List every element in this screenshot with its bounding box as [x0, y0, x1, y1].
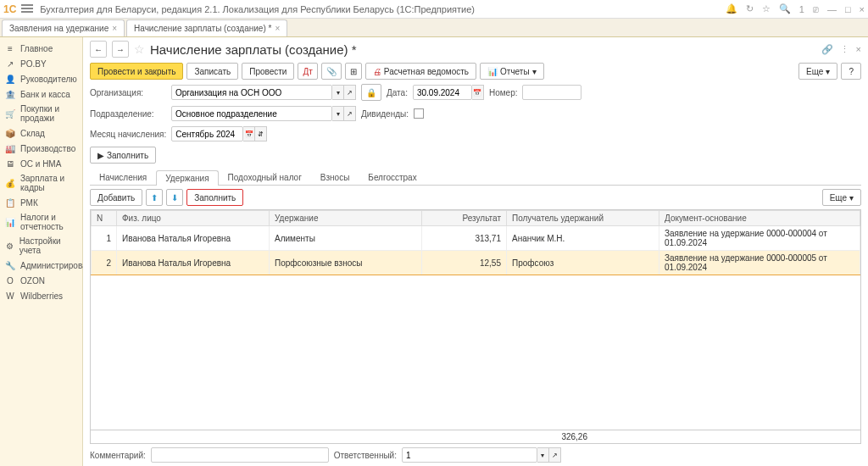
- tab-requests[interactable]: Заявления на удержание ×: [2, 19, 125, 36]
- history-icon[interactable]: ↻: [746, 3, 754, 14]
- sidebar-icon: O: [5, 275, 15, 286]
- close-icon[interactable]: ×: [860, 4, 865, 14]
- tab-label: Заявления на удержание: [9, 24, 108, 33]
- month-input[interactable]: [171, 126, 243, 141]
- add-button[interactable]: Добавить: [90, 189, 142, 206]
- dt-kt-button[interactable]: Дт: [298, 63, 317, 80]
- sidebar-item[interactable]: ↗PO.BY: [0, 56, 82, 71]
- fill-sub-button[interactable]: Заполнить: [186, 189, 243, 206]
- maximize-icon[interactable]: □: [845, 4, 851, 14]
- spinner-icon[interactable]: ⇵: [255, 126, 267, 141]
- save-button[interactable]: Записать: [186, 63, 238, 80]
- move-up-button[interactable]: ⬆: [146, 189, 163, 206]
- sidebar-item[interactable]: 💰Зарплата и кадры: [0, 171, 82, 195]
- tab-payroll-create[interactable]: Начисление зарплаты (создание) * ×: [126, 19, 287, 36]
- close-doc-icon[interactable]: ×: [856, 44, 861, 55]
- reports-button[interactable]: 📊Отчеты▾: [480, 63, 544, 80]
- more-icon[interactable]: ⋮: [840, 44, 849, 55]
- table-cell: Заявление на удержание 0000-000004 от 01…: [659, 226, 860, 251]
- sidebar-item[interactable]: ≡Главное: [0, 41, 82, 56]
- dropdown-icon[interactable]: ▾: [537, 447, 549, 463]
- open-icon[interactable]: ↗: [549, 447, 561, 463]
- subdiv-label: Подразделение:: [90, 109, 166, 119]
- sidebar-item[interactable]: 📋РМК: [0, 195, 82, 210]
- sidebar-icon: 📊: [5, 217, 15, 227]
- post-button[interactable]: Провести: [242, 63, 294, 80]
- subdiv-input[interactable]: [171, 106, 332, 121]
- open-icon[interactable]: ↗: [344, 106, 356, 121]
- number-input[interactable]: [522, 85, 581, 100]
- inner-tab[interactable]: Удержания: [156, 170, 218, 186]
- table-header[interactable]: Физ. лицо: [117, 211, 270, 226]
- dividends-checkbox[interactable]: [414, 108, 424, 119]
- table-row[interactable]: 2Иванова Наталья ИгоревнаПорфсоюзные взн…: [92, 251, 860, 275]
- open-icon[interactable]: ↗: [344, 85, 356, 100]
- lock-button[interactable]: 🔒: [361, 84, 381, 101]
- star-icon[interactable]: ☆: [762, 3, 771, 14]
- fill-main-button[interactable]: ▶ Заполнить: [90, 147, 156, 164]
- sidebar-item[interactable]: 🏦Банк и касса: [0, 86, 82, 102]
- favorite-star-icon[interactable]: ☆: [134, 42, 145, 56]
- sidebar-item[interactable]: 👤Руководителю: [0, 71, 82, 86]
- close-icon[interactable]: ×: [275, 24, 280, 33]
- label: Отчеты: [500, 67, 530, 76]
- attach-button[interactable]: 📎: [321, 63, 342, 80]
- table-header[interactable]: Получатель удержаний: [507, 211, 659, 226]
- inner-tab[interactable]: Начисления: [90, 169, 156, 185]
- nav-back-button[interactable]: ←: [90, 41, 107, 58]
- search-icon[interactable]: 🔍: [779, 3, 791, 14]
- date-input[interactable]: [413, 85, 472, 100]
- link-icon[interactable]: 🔗: [821, 44, 833, 55]
- titlebar: 1С Бухгалтерия для Беларуси, редакция 2.…: [0, 0, 868, 19]
- sidebar-item[interactable]: OOZON: [0, 273, 82, 288]
- responsible-input[interactable]: [402, 447, 537, 463]
- sidebar-item[interactable]: 🏭Производство: [0, 141, 82, 156]
- minimize-icon[interactable]: —: [827, 4, 837, 14]
- filter-icon[interactable]: ⎚: [813, 4, 819, 14]
- sidebar-label: Wildberries: [20, 291, 63, 301]
- inner-tab[interactable]: Взносы: [311, 169, 359, 185]
- logo-1c: 1С: [3, 3, 16, 15]
- table-cell: Ананчик М.Н.: [507, 226, 659, 251]
- post-and-close-button[interactable]: Провести и закрыть: [90, 63, 183, 80]
- sidebar-item[interactable]: 🔧Администрирование: [0, 258, 82, 273]
- comment-input[interactable]: [151, 447, 329, 463]
- table-cell: Иванова Наталья Игоревна: [117, 226, 270, 251]
- label: Заполнить: [107, 151, 148, 160]
- sidebar-item[interactable]: 🖥ОС и НМА: [0, 156, 82, 171]
- help-button[interactable]: ?: [841, 63, 861, 80]
- bell-icon[interactable]: 🔔: [726, 3, 737, 14]
- sidebar-item[interactable]: 📊Налоги и отчетность: [0, 210, 82, 234]
- table-header[interactable]: N: [92, 211, 117, 226]
- dropdown-icon[interactable]: ▾: [332, 106, 344, 121]
- menu-icon[interactable]: [21, 4, 33, 14]
- org-input[interactable]: [171, 85, 332, 100]
- nav-forward-button[interactable]: →: [112, 41, 129, 58]
- more-button[interactable]: Еще ▾: [798, 63, 837, 80]
- inner-tab[interactable]: Подоходный налог: [219, 169, 311, 185]
- payroll-sheet-button[interactable]: 🖨Расчетная ведомость: [365, 63, 476, 80]
- sidebar-label: РМК: [20, 198, 38, 208]
- table-header[interactable]: Документ-основание: [659, 211, 860, 226]
- sidebar-item[interactable]: 📦Склад: [0, 125, 82, 141]
- sidebar-icon: 💰: [5, 178, 15, 188]
- close-icon[interactable]: ×: [112, 24, 117, 33]
- inner-tab[interactable]: Белгосстрах: [359, 169, 426, 185]
- calendar-icon[interactable]: 📅: [243, 126, 255, 141]
- more-sub-button[interactable]: Еще ▾: [822, 189, 861, 206]
- move-down-button[interactable]: ⬇: [166, 189, 183, 206]
- sidebar-icon: 🛒: [5, 108, 15, 119]
- calendar-icon[interactable]: 📅: [472, 85, 484, 100]
- structure-button[interactable]: ⊞: [345, 63, 362, 80]
- table-header[interactable]: Результат: [422, 211, 507, 226]
- table-header[interactable]: Удержание: [270, 211, 422, 226]
- sidebar-item[interactable]: 🛒Покупки и продажи: [0, 102, 82, 125]
- sidebar-item[interactable]: WWildberries: [0, 288, 82, 303]
- dropdown-icon[interactable]: ▾: [332, 85, 344, 100]
- sidebar-item[interactable]: ⚙Настройки учета: [0, 234, 82, 258]
- responsible-label: Ответственный:: [334, 451, 397, 460]
- sidebar-label: PO.BY: [20, 59, 47, 69]
- label: Расчетная ведомость: [384, 67, 469, 76]
- sidebar-icon: 👤: [5, 74, 15, 84]
- table-row[interactable]: 1Иванова Наталья ИгоревнаАлименты313,71А…: [92, 226, 860, 251]
